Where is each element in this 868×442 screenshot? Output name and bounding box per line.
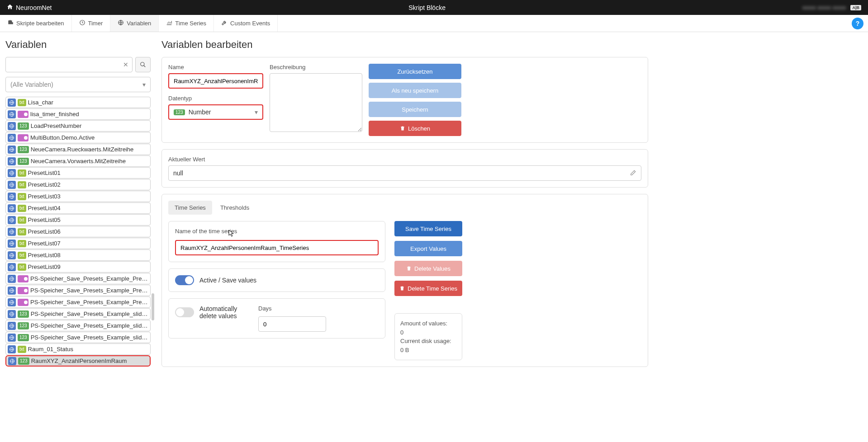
scrollbar-thumb[interactable] (152, 293, 154, 320)
tab-time-series[interactable]: Time Series (159, 15, 214, 32)
variable-item[interactable]: txt Lisa_char (5, 97, 151, 108)
info-disk-value: 0 B (400, 346, 456, 355)
search-icon (140, 61, 146, 68)
globe-icon (8, 169, 16, 177)
variable-item[interactable]: txt PresetList05 (5, 214, 151, 226)
current-value: null (173, 169, 183, 177)
name-input[interactable] (168, 73, 263, 89)
variable-item[interactable]: 123 PS-Speicher_Save_Presets_Example_sli… (5, 332, 151, 343)
globe-icon (8, 110, 16, 118)
search-button[interactable] (135, 57, 151, 72)
tab-time-series[interactable]: Time Series (168, 201, 212, 215)
variable-item[interactable]: txt PresetList03 (5, 191, 151, 202)
lang-badge[interactable]: A|B (850, 5, 861, 10)
variable-item[interactable]: txt PresetList02 (5, 179, 151, 190)
delete-values-button[interactable]: Delete Values (394, 261, 462, 276)
reset-button[interactable]: Zurücksetzen (369, 64, 461, 79)
variable-name: PresetList09 (28, 263, 148, 270)
variable-item[interactable]: txt PresetList07 (5, 238, 151, 249)
globe-icon (8, 181, 16, 189)
variable-name: PresetList01 (28, 169, 148, 176)
editor-heading: Variablen bearbeiten (161, 39, 648, 51)
wrench-icon (221, 19, 228, 27)
trash-icon (406, 266, 412, 271)
edit-icon[interactable] (630, 169, 636, 177)
type-badge (18, 111, 28, 118)
globe-icon (118, 19, 124, 27)
ts-name-input[interactable] (175, 240, 379, 255)
svg-point-2 (141, 62, 144, 66)
variable-item[interactable]: txt PresetList04 (5, 202, 151, 214)
delete-button[interactable]: Löschen (369, 121, 461, 136)
info-amount-label: Amount of values: (400, 319, 456, 328)
type-badge-icon: 123 (174, 109, 185, 115)
type-badge: txt (18, 216, 26, 224)
globe-icon (8, 251, 16, 259)
variable-name: LoadPresetNumber (31, 122, 148, 129)
save-ts-button[interactable]: Save Time Series (394, 221, 462, 236)
info-amount-value: 0 (400, 328, 456, 337)
type-badge: txt (18, 228, 26, 235)
search-input-wrap: ✕ (5, 57, 133, 72)
variable-name: lisa_timer_finished (30, 111, 148, 118)
variable-item[interactable]: PS-Speicher_Save_Presets_Example_Preset.… (5, 285, 151, 296)
globe-icon (8, 287, 16, 295)
type-badge: txt (18, 181, 26, 188)
active-toggle[interactable] (175, 275, 194, 285)
svg-line-3 (144, 66, 146, 67)
help-button[interactable]: ? (852, 18, 863, 29)
ts-name-label: Name of the time series (175, 228, 379, 235)
filter-select[interactable]: (Alle Variablen) ▾ (5, 77, 151, 92)
auto-delete-label: Automatically delete values (199, 305, 249, 320)
variable-item[interactable]: 123 PS-Speicher_Save_Presets_Example_sli… (5, 308, 151, 320)
variable-item[interactable]: 123 PS-Speicher_Save_Presets_Example_sli… (5, 320, 151, 331)
tab-thresholds[interactable]: Thresholds (214, 201, 256, 215)
brand[interactable]: NeuroomNet (7, 4, 52, 11)
variable-item[interactable]: PS-Speicher_Save_Presets_Example_Preset.… (5, 273, 151, 284)
variable-item[interactable]: 123 RaumXYZ_AnzahlPersonenImRaum (5, 355, 151, 367)
tab-custom-events[interactable]: Custom Events (214, 15, 278, 32)
globe-icon (8, 298, 16, 306)
variable-item[interactable]: lisa_timer_finished (5, 108, 151, 120)
delete-ts-button[interactable]: Delete Time Series (394, 281, 462, 296)
current-value-panel: Aktueller Wert null (161, 149, 648, 188)
variable-item[interactable]: txt PresetList09 (5, 261, 151, 273)
variable-name: PS-Speicher_Save_Presets_Example_slider.… (31, 322, 148, 329)
variable-item[interactable]: MultiButton.Demo.Active (5, 132, 151, 143)
time-series-panel: Time Series Thresholds Name of the time … (161, 194, 648, 367)
active-label: Active / Save values (199, 277, 256, 284)
type-badge: txt (18, 346, 26, 353)
variable-name: MultiButton.Demo.Active (30, 134, 148, 141)
clear-icon[interactable]: ✕ (119, 61, 132, 68)
chart-icon (166, 19, 172, 27)
variable-item[interactable]: 123 NeueCamera.Rueckwaerts.MitZeitreihe (5, 144, 151, 155)
days-input[interactable] (258, 316, 326, 332)
type-badge (18, 287, 28, 294)
variable-item[interactable]: 123 NeueCamera.Vorwaerts.MitZeitreihe (5, 155, 151, 167)
tab-timer[interactable]: Timer (72, 15, 111, 32)
variable-item[interactable]: 123 LoadPresetNumber (5, 120, 151, 132)
type-select[interactable]: 123 Number ▾ (168, 104, 263, 120)
search-input[interactable] (6, 61, 119, 68)
auto-delete-toggle[interactable] (175, 307, 194, 317)
variable-item[interactable]: txt PresetList06 (5, 226, 151, 237)
type-badge: 123 (18, 357, 29, 365)
variable-item[interactable]: PS-Speicher_Save_Presets_Example_Preset.… (5, 296, 151, 308)
tab-skripte-bearbeiten[interactable]: Skripte bearbeiten (0, 15, 72, 32)
tab-bar: Skripte bearbeitenTimerVariablenTime Ser… (0, 15, 868, 32)
export-values-button[interactable]: Export Values (394, 241, 462, 256)
type-badge: 123 (18, 146, 29, 153)
variable-item[interactable]: txt PresetList08 (5, 249, 151, 261)
globe-icon (8, 263, 16, 271)
variable-name: Raum_01_Status (28, 346, 148, 353)
variable-item[interactable]: txt Raum_01_Status (5, 343, 151, 355)
save-button[interactable]: Speichern (369, 102, 461, 117)
globe-icon (8, 240, 16, 248)
globe-icon (8, 204, 16, 212)
variable-item[interactable]: txt PresetList01 (5, 167, 151, 179)
save-new-button[interactable]: Als neu speichern (369, 83, 461, 98)
sidebar-heading: Variablen (5, 39, 151, 51)
type-badge: txt (18, 205, 26, 212)
tab-variablen[interactable]: Variablen (110, 15, 159, 32)
desc-textarea[interactable] (270, 73, 362, 132)
